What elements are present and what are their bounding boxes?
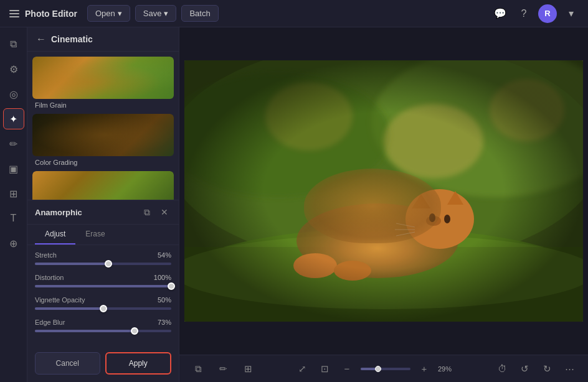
stretch-slider-fill <box>35 263 108 265</box>
sidebar-item-adjustments[interactable]: ⚙ <box>3 58 24 80</box>
duplicate-icon-button[interactable]: ⧉ <box>140 205 154 219</box>
canvas-area: ⧉ ✏ ⊞ ⤢ ⊡ − + 29% ⏱ ↺ ↻ ⋯ <box>179 27 588 382</box>
app-title: Photo Editor <box>25 9 77 19</box>
vignette-opacity-label: Vignette Opacity <box>35 296 85 304</box>
distortion-slider-row: Distortion 100% <box>35 274 171 287</box>
sidebar-item-eye[interactable]: ◎ <box>3 83 24 105</box>
stretch-slider-track[interactable] <box>35 263 171 265</box>
svg-point-16 <box>429 213 435 222</box>
open-button[interactable]: Open ▾ <box>87 5 130 22</box>
stretch-slider-thumb[interactable] <box>105 260 112 268</box>
action-buttons: Cancel Apply <box>27 347 179 382</box>
layers-icon-button[interactable]: ⧉ <box>189 360 207 378</box>
effect-title: Anamorphic <box>35 208 82 217</box>
bottom-left-tools: ⧉ ✏ ⊞ <box>189 360 257 378</box>
bottom-right-tools: ⏱ ↺ ↻ ⋯ <box>493 360 578 378</box>
icon-sidebar: ⧉ ⚙ ◎ ✦ ✏ ▣ ⊞ T ⊕ <box>0 27 27 382</box>
apply-button[interactable]: Apply <box>105 352 172 375</box>
sidebar-item-layers[interactable]: ⧉ <box>3 34 24 55</box>
vignette-opacity-slider-track[interactable] <box>35 307 171 310</box>
topbar: Photo Editor Open ▾ Save ▾ Batch 💬 ? R ▾ <box>0 0 588 27</box>
canvas-viewport[interactable] <box>179 27 588 355</box>
effect-tabs: Adjust Erase <box>27 225 179 245</box>
edge-blur-value: 73% <box>158 319 171 326</box>
effect-panel-header: Anamorphic ⧉ ✕ <box>27 200 179 225</box>
tab-erase[interactable]: Erase <box>75 225 115 245</box>
panel-content: Film Grain Color Grading Anamorphic ⧉ ✕ <box>27 52 179 382</box>
chevron-down-icon: ▾ <box>118 9 122 18</box>
sidebar-item-more[interactable]: ⊕ <box>3 233 24 254</box>
edge-blur-slider-row: Edge Blur 73% <box>35 319 171 332</box>
help-icon-button[interactable]: ? <box>514 4 533 23</box>
preset-item-color-grading[interactable]: Color Grading <box>32 114 174 170</box>
svg-line-17 <box>396 223 415 227</box>
stretch-slider-row: Stretch 54% <box>35 251 171 265</box>
sidebar-item-effects[interactable]: ✦ <box>3 108 24 129</box>
sidebar-item-brush[interactable]: ✏ <box>3 133 24 154</box>
undo-button[interactable]: ↺ <box>516 360 533 378</box>
vignette-opacity-value: 50% <box>158 296 171 304</box>
sidebar-item-shapes[interactable]: ▣ <box>3 158 24 179</box>
vignette-opacity-slider-row: Vignette Opacity 50% <box>35 296 171 310</box>
cancel-button[interactable]: Cancel <box>35 352 100 375</box>
save-button[interactable]: Save ▾ <box>135 5 177 22</box>
vignette-opacity-slider-thumb[interactable] <box>100 305 107 312</box>
zoom-out-button[interactable]: − <box>338 360 356 378</box>
sliders-area: Stretch 54% Distortion 100% <box>27 245 179 347</box>
effects-panel: ← Cinematic Film Grain Color Grading <box>27 27 179 382</box>
edge-blur-slider-thumb[interactable] <box>131 327 138 335</box>
canvas-image <box>184 60 583 322</box>
topbar-right: 💬 ? R ▾ <box>491 4 581 23</box>
tab-adjust[interactable]: Adjust <box>35 225 75 245</box>
preset-thumbnail-color-grading <box>32 114 174 156</box>
svg-line-19 <box>396 232 415 236</box>
redo-button[interactable]: ↻ <box>538 360 556 378</box>
vignette-opacity-slider-fill <box>35 307 103 310</box>
chevron-down-icon-button[interactable]: ▾ <box>562 4 581 23</box>
stretch-label: Stretch <box>35 251 57 259</box>
svg-marker-12 <box>412 194 430 208</box>
zoom-slider[interactable] <box>361 368 410 370</box>
distortion-slider-fill <box>35 285 171 287</box>
grid-icon-button[interactable]: ⊞ <box>239 360 257 378</box>
preset-label-color-grading: Color Grading <box>32 156 174 170</box>
menu-icon <box>7 7 21 21</box>
effect-panel-icon-group: ⧉ ✕ <box>140 205 171 219</box>
bottom-center-tools: ⤢ ⊡ − + 29% <box>293 360 457 378</box>
sidebar-item-text[interactable]: T <box>3 208 24 229</box>
edge-blur-label: Edge Blur <box>35 319 65 326</box>
distortion-label: Distortion <box>35 274 64 281</box>
edge-blur-slider-track[interactable] <box>35 330 171 332</box>
chat-icon-button[interactable]: 💬 <box>491 4 510 23</box>
preset-thumbnail-film-grain <box>32 57 174 99</box>
main-layout: ⧉ ⚙ ◎ ✦ ✏ ▣ ⊞ T ⊕ ← Cinematic Film Grain… <box>0 27 588 382</box>
back-button[interactable]: ← <box>36 34 46 45</box>
sidebar-item-grid[interactable]: ⊞ <box>3 183 24 204</box>
compare-icon-button[interactable]: ⊡ <box>316 360 333 378</box>
edge-blur-slider-fill <box>35 330 135 332</box>
app-logo: Photo Editor <box>7 7 77 21</box>
stretch-value: 54% <box>158 251 171 259</box>
distortion-slider-track[interactable] <box>35 285 171 287</box>
anamorphic-effect-panel: Anamorphic ⧉ ✕ Adjust Erase Stretch <box>27 200 179 382</box>
svg-rect-23 <box>184 60 583 322</box>
distortion-slider-thumb[interactable] <box>168 282 175 290</box>
zoom-in-button[interactable]: + <box>415 360 433 378</box>
batch-button[interactable]: Batch <box>181 5 218 22</box>
panel-header: ← Cinematic <box>27 27 179 52</box>
preset-item-film-grain[interactable]: Film Grain <box>32 57 174 113</box>
distortion-value: 100% <box>154 274 171 281</box>
preset-label-film-grain: Film Grain <box>32 99 174 113</box>
close-icon-button[interactable]: ✕ <box>158 205 171 219</box>
bottom-toolbar: ⧉ ✏ ⊞ ⤢ ⊡ − + 29% ⏱ ↺ ↻ ⋯ <box>179 355 588 382</box>
panel-title: Cinematic <box>51 34 93 44</box>
avatar[interactable]: R <box>538 4 557 23</box>
chevron-down-icon: ▾ <box>164 9 168 18</box>
more-options-button[interactable]: ⋯ <box>561 360 578 378</box>
edit-icon-button[interactable]: ✏ <box>214 360 232 378</box>
history-icon-button[interactable]: ⏱ <box>493 360 511 378</box>
zoom-percent: 29% <box>438 365 457 373</box>
zoom-slider-thumb[interactable] <box>375 366 381 372</box>
expand-icon-button[interactable]: ⤢ <box>293 360 311 378</box>
